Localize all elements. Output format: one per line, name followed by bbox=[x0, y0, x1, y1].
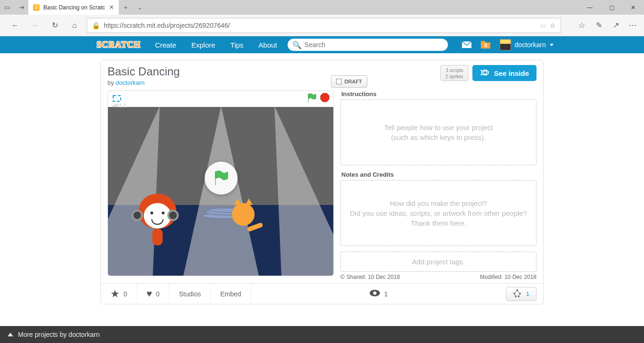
studios-button[interactable]: Studios bbox=[169, 284, 211, 304]
forward-button[interactable]: → bbox=[27, 18, 42, 33]
address-bar[interactable]: 🔒 https://scratch.mit.edu/projects/26920… bbox=[87, 18, 561, 33]
views-cell: 1 bbox=[360, 284, 397, 304]
site-navbar: SCRATCH Create Explore Tips About 🔍 S do… bbox=[0, 36, 644, 53]
project-stage[interactable]: v461.2 bbox=[107, 90, 334, 276]
nav-explore[interactable]: Explore bbox=[184, 36, 223, 53]
user-menu[interactable]: doctorkarn bbox=[495, 39, 558, 50]
scratch-favicon-icon: S bbox=[33, 4, 40, 11]
instructions-placeholder: Tell people how to use your project (suc… bbox=[384, 122, 493, 142]
instructions-input[interactable]: Tell people how to use your project (suc… bbox=[340, 99, 537, 165]
embed-button[interactable]: Embed bbox=[211, 284, 251, 304]
mystuff-icon[interactable]: S bbox=[476, 36, 495, 53]
shared-date: Shared: 10 Dec 2018 bbox=[347, 274, 400, 280]
draft-label: DRAFT bbox=[345, 79, 362, 84]
remix-tree-button[interactable]: 1 bbox=[506, 287, 537, 301]
scripts-count: 3 scripts bbox=[446, 67, 463, 74]
modified-date: Modified: 10 Dec 2018 bbox=[480, 274, 537, 280]
heart-icon: ♥ bbox=[147, 288, 152, 299]
tab-chevron-icon[interactable]: ⌄ bbox=[133, 0, 147, 15]
messages-icon[interactable] bbox=[457, 36, 476, 53]
svg-rect-4 bbox=[113, 96, 121, 101]
tab-actions-icon[interactable]: ▭ bbox=[0, 0, 14, 15]
byline: by doctorkarn bbox=[107, 79, 331, 86]
studios-label: Studios bbox=[179, 290, 201, 298]
window-restore-icon[interactable]: ▢ bbox=[601, 0, 622, 15]
green-flag-icon[interactable] bbox=[307, 93, 316, 105]
favorites-hub-icon[interactable]: ☆ bbox=[574, 18, 589, 33]
favorite-button[interactable]: ★ 0 bbox=[101, 284, 137, 304]
more-projects-bar[interactable]: More projects by doctorkarn bbox=[0, 326, 644, 343]
project-title[interactable]: Basic Dancing bbox=[107, 65, 331, 78]
eye-icon bbox=[369, 289, 380, 298]
scratch-cat-sprite bbox=[228, 198, 261, 231]
notes-icon[interactable]: ✎ bbox=[591, 18, 606, 33]
love-button[interactable]: ♥ 0 bbox=[137, 284, 170, 304]
url-text: https://scratch.mit.edu/projects/2692076… bbox=[104, 22, 536, 29]
embed-label: Embed bbox=[220, 290, 241, 298]
see-inside-button[interactable]: See inside bbox=[472, 65, 537, 81]
draft-checkbox[interactable] bbox=[336, 79, 342, 84]
nav-about[interactable]: About bbox=[251, 36, 284, 53]
love-count: 0 bbox=[156, 290, 160, 298]
page-body: Basic Dancing by doctorkarn DRAFT 3 scri… bbox=[0, 53, 644, 326]
nav-tips[interactable]: Tips bbox=[223, 36, 251, 53]
avatar bbox=[500, 39, 511, 50]
browser-toolbar: ← → ↻ ⌂ 🔒 https://scratch.mit.edu/projec… bbox=[0, 15, 644, 36]
tags-input[interactable]: Add project tags. bbox=[340, 252, 537, 272]
author-link[interactable]: doctorkarn bbox=[116, 79, 144, 86]
view-count: 1 bbox=[384, 290, 388, 298]
project-footer: ★ 0 ♥ 0 Studios Embed 1 bbox=[101, 283, 543, 304]
copyright-icon: © bbox=[340, 274, 345, 280]
chevron-up-icon bbox=[8, 333, 13, 336]
notes-input[interactable]: How did you make the project? Did you us… bbox=[340, 180, 537, 246]
set-aside-tabs-icon[interactable]: ⇥ bbox=[14, 0, 28, 15]
browser-tab[interactable]: S Basic Dancing on Scratc ✕ bbox=[28, 0, 119, 15]
username: doctorkarn bbox=[515, 41, 546, 49]
nav-create[interactable]: Create bbox=[148, 36, 184, 53]
share-icon[interactable]: ↗ bbox=[608, 18, 623, 33]
favorite-star-icon[interactable]: ☆ bbox=[550, 22, 556, 29]
window-minimize-icon[interactable]: — bbox=[579, 0, 601, 15]
see-inside-icon bbox=[480, 68, 490, 78]
search-input[interactable] bbox=[305, 41, 443, 49]
project-stats: 3 scripts 2 sprites bbox=[440, 65, 469, 81]
draft-toggle[interactable]: DRAFT bbox=[331, 75, 367, 88]
by-prefix: by bbox=[107, 79, 116, 86]
reading-view-icon[interactable]: ▭ bbox=[540, 22, 546, 29]
chevron-down-icon bbox=[550, 44, 553, 46]
back-button[interactable]: ← bbox=[8, 18, 23, 33]
project-card: Basic Dancing by doctorkarn DRAFT 3 scri… bbox=[100, 60, 544, 304]
svg-point-7 bbox=[373, 292, 376, 295]
favorite-count: 0 bbox=[124, 290, 127, 298]
pico-sprite bbox=[136, 191, 179, 247]
window-close-icon[interactable]: ✕ bbox=[622, 0, 644, 15]
remix-count: 1 bbox=[526, 290, 529, 297]
remix-tree-icon bbox=[513, 289, 521, 299]
search-box[interactable]: 🔍 bbox=[288, 39, 448, 51]
sprites-count: 2 sprites bbox=[446, 74, 463, 80]
instructions-label: Instructions bbox=[341, 90, 537, 98]
svg-marker-5 bbox=[321, 93, 329, 102]
close-tab-icon[interactable]: ✕ bbox=[109, 4, 114, 11]
browser-tabstrip: ▭ ⇥ S Basic Dancing on Scratc ✕ ＋ ⌄ — ▢ … bbox=[0, 0, 644, 15]
refresh-button[interactable]: ↻ bbox=[47, 18, 62, 33]
star-icon: ★ bbox=[110, 288, 120, 300]
scratch-logo[interactable]: SCRATCH bbox=[97, 40, 148, 50]
player-version: v461.2 bbox=[112, 103, 126, 108]
notes-label: Notes and Credits bbox=[341, 171, 537, 178]
svg-text:S: S bbox=[484, 43, 487, 48]
more-projects-label: More projects by doctorkarn bbox=[18, 331, 100, 338]
home-button[interactable]: ⌂ bbox=[67, 18, 82, 33]
tab-title: Basic Dancing on Scratc bbox=[43, 4, 105, 11]
tags-placeholder: Add project tags. bbox=[412, 257, 465, 267]
play-overlay-button[interactable] bbox=[205, 162, 238, 195]
new-tab-icon[interactable]: ＋ bbox=[119, 0, 133, 15]
search-icon: 🔍 bbox=[292, 41, 302, 49]
lock-icon: 🔒 bbox=[92, 22, 100, 29]
notes-placeholder: How did you make the project? Did you us… bbox=[346, 198, 531, 228]
see-inside-label: See inside bbox=[494, 69, 529, 77]
settings-icon[interactable]: ⋯ bbox=[625, 18, 640, 33]
stop-sign-icon[interactable] bbox=[320, 93, 330, 105]
